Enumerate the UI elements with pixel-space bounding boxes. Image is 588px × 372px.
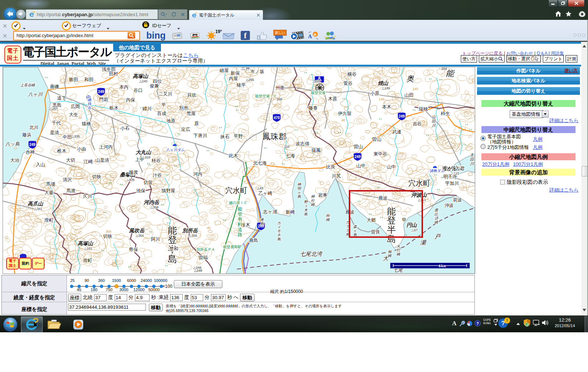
svg-text:本木: 本木 — [382, 104, 392, 110]
svg-text:6km: 6km — [438, 264, 446, 268]
svg-text:江崎: 江崎 — [84, 159, 93, 164]
svg-text:比: 比 — [434, 212, 438, 216]
svg-text:神: 神 — [311, 194, 315, 198]
svg-text:能: 能 — [238, 206, 243, 212]
svg-text:ヶ: ヶ — [353, 229, 357, 233]
svg-text:神: 神 — [297, 182, 301, 186]
svg-text:a: a — [314, 32, 316, 36]
svg-text:新崎: 新崎 — [286, 210, 295, 215]
svg-text:武連: 武連 — [392, 129, 402, 135]
svg-text:新保: 新保 — [231, 71, 240, 76]
svg-text:6000: 6000 — [127, 278, 136, 283]
svg-text:山田: 山田 — [405, 93, 414, 98]
svg-text:袖: 袖 — [388, 250, 392, 254]
svg-text:高塚山: 高塚山 — [78, 240, 93, 246]
svg-text:鐤川: 鐤川 — [143, 106, 152, 111]
svg-text:菅谷: 菅谷 — [344, 81, 353, 86]
svg-text:登: 登 — [168, 235, 177, 245]
svg-text:24000: 24000 — [141, 278, 152, 283]
svg-text:山中: 山中 — [387, 164, 396, 169]
svg-text:・110: ・110 — [281, 145, 289, 149]
svg-text:180: 180 — [91, 287, 97, 291]
svg-text:柿生: 柿生 — [441, 111, 450, 116]
svg-text:七尾北湾: 七尾北湾 — [300, 251, 323, 257]
svg-text:々: 々 — [304, 204, 308, 208]
svg-text:穴水町: 穴水町 — [225, 186, 247, 194]
svg-text:島: 島 — [260, 222, 264, 226]
svg-text:40: 40 — [78, 116, 82, 119]
svg-text:持: 持 — [88, 102, 92, 106]
svg-text:△399: △399 — [150, 205, 158, 209]
svg-text:登: 登 — [387, 215, 396, 225]
svg-text:円山: 円山 — [406, 222, 417, 228]
svg-text:地原: 地原 — [166, 118, 176, 124]
svg-text:能: 能 — [387, 206, 396, 216]
svg-text:田: 田 — [432, 119, 436, 123]
svg-text:大泊: 大泊 — [10, 158, 19, 163]
svg-text:内保: 内保 — [126, 97, 136, 103]
svg-text:中田: 中田 — [63, 135, 72, 140]
svg-text:百成: 百成 — [157, 111, 167, 116]
svg-text:島: 島 — [387, 234, 396, 244]
svg-text:椎木: 椎木 — [57, 149, 67, 154]
svg-text:有: 有 — [238, 217, 243, 222]
svg-text:八ヶ川: 八ヶ川 — [28, 92, 43, 97]
svg-text:△255: △255 — [246, 78, 254, 82]
svg-text:前波: 前波 — [453, 197, 462, 203]
svg-text:八ヶ川ダム: 八ヶ川ダム — [166, 148, 185, 152]
svg-text:△358: △358 — [189, 234, 197, 237]
svg-text:寺: 寺 — [88, 106, 92, 110]
svg-text:甲: 甲 — [402, 218, 407, 223]
svg-text:諸橋ダム: 諸橋ダム — [430, 169, 445, 173]
svg-text:300: 300 — [114, 153, 119, 156]
svg-text:上中: 上中 — [135, 157, 144, 162]
svg-text:細屋: 細屋 — [219, 68, 229, 73]
svg-text:田: 田 — [470, 157, 474, 161]
svg-text:3000: 3000 — [119, 287, 128, 291]
svg-text:定広: 定広 — [181, 127, 191, 132]
svg-text:△409: △409 — [126, 178, 135, 182]
svg-text:140: 140 — [412, 87, 418, 91]
svg-text:馬場: 馬場 — [46, 182, 56, 187]
svg-text:山: 山 — [432, 114, 436, 119]
svg-text:木: 木 — [304, 208, 308, 212]
svg-text:△354: △354 — [136, 234, 144, 237]
svg-text:大切: 大切 — [66, 158, 75, 163]
svg-text:鹿磯: 鹿磯 — [50, 84, 59, 89]
svg-text:伊久留: 伊久留 — [338, 111, 352, 116]
svg-text:249: 249 — [399, 114, 405, 118]
svg-text:穴水町: 穴水町 — [408, 179, 430, 187]
svg-text:滑町: 滑町 — [44, 218, 54, 223]
svg-text:千代: 千代 — [52, 121, 61, 126]
svg-text:100000: 100000 — [154, 278, 168, 283]
svg-text:曽山: 曽山 — [354, 144, 363, 149]
svg-text:内屋: 内屋 — [229, 76, 238, 81]
svg-text:360: 360 — [98, 278, 105, 283]
svg-text:川: 川 — [432, 123, 436, 128]
svg-text:越の原ＩＣ: 越の原ＩＣ — [229, 201, 247, 205]
svg-text:波志借: 波志借 — [295, 141, 309, 146]
svg-text:路: 路 — [238, 232, 243, 237]
svg-text:?: ? — [476, 321, 479, 326]
svg-text:奥: 奥 — [406, 74, 414, 83]
svg-text:馬渡: 馬渡 — [66, 188, 76, 193]
svg-text:A: A — [308, 33, 312, 39]
svg-text:高爪山: 高爪山 — [28, 201, 43, 207]
svg-text:大釜: 大釜 — [44, 190, 54, 195]
svg-text:明: 明 — [297, 186, 301, 190]
svg-text:久川: 久川 — [83, 194, 92, 199]
svg-text:阿川: 阿川 — [151, 237, 160, 242]
svg-text:州衛: 州衛 — [276, 85, 285, 90]
svg-text:本内: 本内 — [119, 85, 129, 90]
svg-text:750: 750 — [106, 287, 112, 291]
svg-text:谷口: 谷口 — [134, 88, 143, 93]
svg-text:四位: 四位 — [153, 79, 162, 84]
svg-text:原: 原 — [194, 121, 199, 126]
svg-text:249: 249 — [355, 155, 361, 159]
svg-text:40: 40 — [341, 118, 345, 122]
svg-text:尊保: 尊保 — [129, 247, 139, 252]
svg-text:總: 總 — [87, 98, 92, 102]
svg-text:小石: 小石 — [121, 126, 130, 131]
svg-text:12000: 12000 — [133, 287, 145, 291]
svg-text:モ: モ — [277, 229, 281, 233]
